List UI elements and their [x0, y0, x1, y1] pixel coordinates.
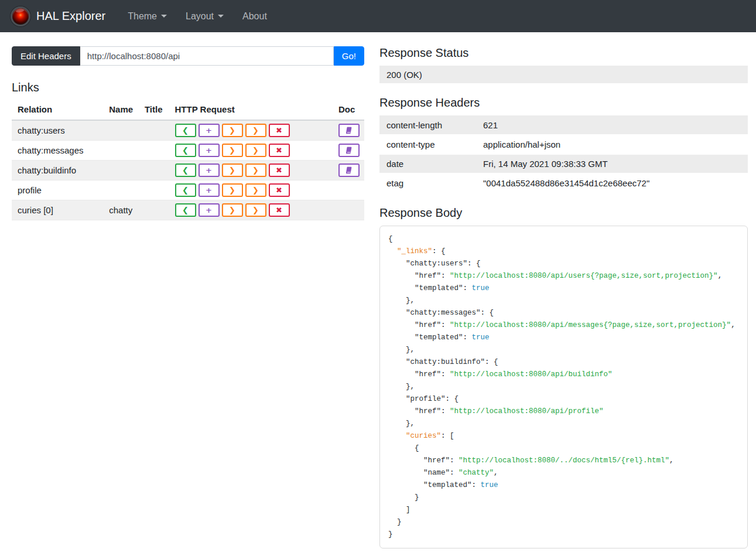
link-title — [139, 200, 169, 220]
json-line: ] — [388, 504, 739, 516]
json-key: "chatty:buildinfo" — [406, 358, 485, 366]
put-request-button[interactable]: ❯ — [222, 203, 243, 217]
link-row: curies [0]chatty❮+❯❯✖ — [12, 200, 364, 220]
delete-request-button[interactable]: ✖ — [269, 163, 290, 177]
nav-item-layout[interactable]: Layout — [179, 6, 231, 26]
chevron-down-icon — [161, 15, 167, 18]
http-request-buttons: ❮+❯❯✖ — [175, 124, 328, 137]
nav-menu: ThemeLayoutAbout — [121, 6, 274, 26]
put-request-button[interactable]: ❯ — [222, 124, 243, 137]
link-name — [103, 161, 139, 180]
response-header-row: etag"0041da552488d86e31454d1c2e68eec72" — [379, 173, 748, 193]
response-header-row: dateFri, 14 May 2021 09:38:33 GMT — [379, 154, 748, 173]
json-line: "href": "http://localhost:8080/api/build… — [388, 369, 739, 381]
put-request-button[interactable]: ❯ — [222, 144, 243, 157]
get-request-button[interactable]: ❮ — [175, 144, 196, 157]
link-row: chatty:messages❮+❯❯✖ — [12, 141, 364, 161]
json-punct: , — [494, 469, 498, 477]
link-row: chatty:users❮+❯❯✖ — [12, 120, 364, 141]
json-punct: : — [441, 407, 450, 415]
json-punct: : — [441, 272, 450, 280]
json-punct: { — [388, 235, 393, 243]
link-relation: profile — [12, 180, 103, 200]
json-line: "templated": true — [388, 479, 739, 492]
json-hal-key: "_links" — [397, 247, 432, 255]
json-string: "http://localhost:8080/api/profile" — [450, 407, 604, 415]
json-punct: : [ — [441, 432, 454, 440]
json-punct: }, — [406, 346, 415, 354]
json-punct: : — [450, 456, 459, 465]
response-header-value: application/hal+json — [476, 135, 748, 154]
doc-button[interactable] — [338, 124, 360, 137]
response-header-key: etag — [379, 173, 476, 193]
json-line: }, — [388, 344, 739, 356]
json-line: "templated": true — [388, 332, 739, 344]
brand[interactable]: HAL Explorer — [11, 6, 105, 26]
json-punct: : { — [446, 395, 459, 403]
json-punct: , — [718, 272, 723, 280]
get-request-button[interactable]: ❮ — [175, 124, 196, 137]
json-line: "name": "chatty", — [388, 467, 739, 479]
delete-request-button[interactable]: ✖ — [269, 203, 290, 217]
json-punct: : — [450, 469, 459, 477]
get-request-button[interactable]: ❮ — [175, 183, 196, 197]
response-header-key: content-type — [379, 135, 476, 154]
link-title — [139, 161, 169, 180]
json-line: } — [388, 516, 739, 529]
patch-request-button[interactable]: ❯ — [245, 124, 266, 137]
column-header-relation: Relation — [12, 100, 103, 120]
nav-item-theme[interactable]: Theme — [121, 6, 174, 26]
delete-request-button[interactable]: ✖ — [269, 144, 290, 157]
json-string: "http://localhost:8080/api/messages{?pag… — [450, 321, 731, 329]
put-request-button[interactable]: ❯ — [222, 163, 243, 177]
json-punct: : — [441, 321, 450, 329]
json-punct: } — [397, 518, 402, 526]
json-line: }, — [388, 418, 739, 430]
patch-request-button[interactable]: ❯ — [245, 183, 266, 197]
json-line: "href": "http://localhost:8080/api/messa… — [388, 319, 739, 332]
get-request-button[interactable]: ❮ — [175, 203, 196, 217]
request-panel: Edit Headers Go! Links RelationNameTitle… — [12, 46, 364, 220]
post-request-button[interactable]: + — [199, 163, 220, 177]
delete-request-button[interactable]: ✖ — [269, 124, 290, 137]
json-line: "chatty:buildinfo": { — [388, 356, 739, 369]
json-punct: : — [463, 333, 472, 342]
patch-request-button[interactable]: ❯ — [245, 163, 266, 177]
json-punct: : { — [481, 309, 494, 317]
column-header-name: Name — [103, 100, 139, 120]
post-request-button[interactable]: + — [199, 144, 220, 157]
edit-headers-button[interactable]: Edit Headers — [12, 46, 80, 66]
json-line: } — [388, 492, 739, 504]
delete-request-button[interactable]: ✖ — [269, 183, 290, 197]
http-request-buttons: ❮+❯❯✖ — [175, 183, 328, 197]
navbar: HAL Explorer ThemeLayoutAbout — [0, 0, 756, 32]
get-request-button[interactable]: ❮ — [175, 163, 196, 177]
doc-button[interactable] — [338, 163, 360, 177]
nav-item-about[interactable]: About — [235, 6, 274, 26]
link-relation: chatty:buildinfo — [12, 161, 103, 180]
go-button[interactable]: Go! — [334, 46, 364, 66]
post-request-button[interactable]: + — [199, 124, 220, 137]
response-status-value: 200 (OK) — [379, 66, 748, 83]
link-name — [103, 141, 139, 161]
http-request-buttons: ❮+❯❯✖ — [175, 203, 328, 217]
post-request-button[interactable]: + — [199, 203, 220, 217]
json-string: "http://localhost:8080/../docs/html5/{re… — [459, 456, 669, 465]
column-header-doc: Doc — [333, 100, 364, 120]
response-header-value: "0041da552488d86e31454d1c2e68eec72" — [476, 173, 748, 193]
doc-button[interactable] — [338, 144, 360, 157]
put-request-button[interactable]: ❯ — [222, 183, 243, 197]
http-request-buttons: ❮+❯❯✖ — [175, 163, 328, 177]
patch-request-button[interactable]: ❯ — [245, 203, 266, 217]
json-punct: } — [415, 493, 419, 502]
link-row: profile❮+❯❯✖ — [12, 180, 364, 200]
json-line: { — [388, 233, 739, 246]
book-icon — [345, 127, 353, 134]
json-string: "chatty" — [459, 469, 494, 477]
url-input[interactable] — [80, 46, 334, 66]
post-request-button[interactable]: + — [199, 183, 220, 197]
patch-request-button[interactable]: ❯ — [245, 144, 266, 157]
link-relation: curies [0] — [12, 200, 103, 220]
json-line: } — [388, 529, 739, 541]
response-panel: Response Status 200 (OK) Response Header… — [379, 46, 748, 548]
